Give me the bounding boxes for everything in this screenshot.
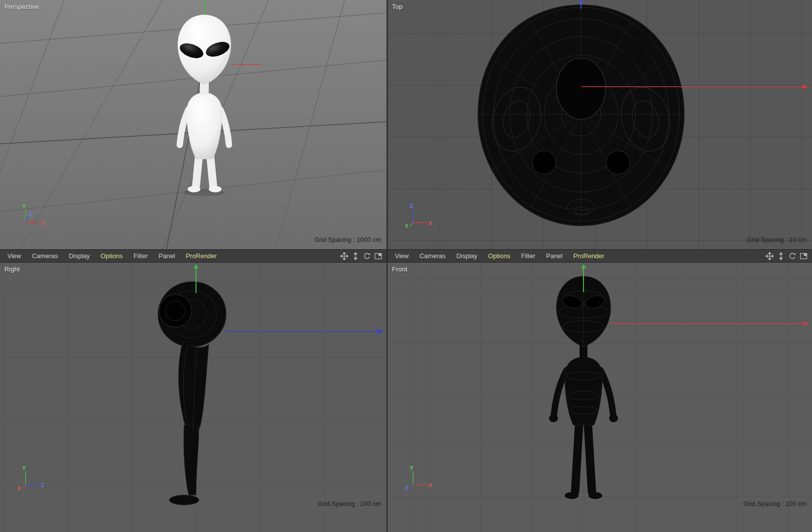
grid-spacing-label: Grid Spacing : 100 cm	[743, 500, 807, 507]
grid-spacing-label: Grid Spacing : 100 cm	[318, 500, 381, 507]
menu-cameras[interactable]: Cameras	[414, 252, 451, 260]
grid-spacing-label: Grid Spacing : 10 cm	[747, 236, 807, 243]
axis-label-x: X	[17, 485, 21, 491]
menu-filter[interactable]: Filter	[516, 252, 541, 260]
z-axis-arrowhead	[579, 0, 584, 3]
alien-front-wireframe[interactable]	[549, 276, 618, 499]
menu-cameras[interactable]: Cameras	[27, 252, 64, 260]
front-viewport[interactable]: Front Y X Z Grid Spacing : 100 cm	[388, 263, 812, 532]
x-axis-arrowhead	[803, 321, 810, 326]
menubar-front-viewport: View Cameras Display Options Filter Pane…	[388, 249, 812, 263]
viewport-label-front: Front	[392, 266, 407, 273]
dolly-icon[interactable]	[352, 252, 359, 260]
dolly-icon[interactable]	[777, 252, 785, 260]
grid-spacing-label: Grid Spacing : 1000 cm	[314, 236, 381, 243]
axis-label-y: Y	[405, 223, 409, 229]
alien-right-wireframe[interactable]	[155, 278, 229, 505]
pan-icon[interactable]	[340, 252, 348, 260]
menu-display[interactable]: Display	[64, 252, 96, 260]
axis-label-y: Y	[410, 465, 414, 471]
pan-icon[interactable]	[766, 252, 774, 260]
right-viewport[interactable]: Right Y Z X Grid Spacing : 100 cm	[0, 263, 387, 532]
menu-panel[interactable]: Panel	[541, 252, 568, 260]
y-axis-arrowhead	[194, 264, 198, 268]
menubar-right-viewport: View Cameras Display Options Filter Pane…	[0, 249, 387, 263]
y-axis-arrowhead	[581, 264, 586, 268]
axis-label-z: Z	[41, 482, 44, 488]
viewport-tool-icons	[766, 252, 812, 260]
menu-view[interactable]: View	[390, 252, 414, 260]
rotate-icon[interactable]	[788, 252, 796, 260]
axis-gizmo: Z Y X	[404, 202, 436, 231]
perspective-viewport[interactable]: Perspective Y Z X Grid Spacing : 1000 cm	[0, 0, 387, 249]
axis-label-x: X	[428, 220, 432, 226]
toggle-layout-icon[interactable]	[800, 252, 808, 260]
menu-prorender[interactable]: ProRender	[180, 252, 222, 260]
z-axis-arrowhead	[377, 329, 384, 334]
axis-label-z: Z	[29, 211, 32, 217]
axis-label-z: Z	[405, 485, 408, 491]
viewport-divider	[387, 0, 388, 532]
menu-prorender[interactable]: ProRender	[568, 252, 610, 260]
x-axis-arrowhead	[802, 84, 809, 89]
viewport-label-top: Top	[392, 3, 403, 10]
menu-panel[interactable]: Panel	[153, 252, 180, 260]
toggle-layout-icon[interactable]	[374, 252, 382, 260]
viewport-tool-icons	[340, 252, 387, 260]
viewport-label-perspective: Perspective	[4, 3, 39, 10]
axis-label-x: X	[428, 482, 432, 488]
alien-top-wireframe[interactable]	[478, 5, 684, 226]
axis-label-y: Y	[22, 465, 26, 471]
rotate-icon[interactable]	[363, 252, 371, 260]
menu-options[interactable]: Options	[483, 252, 516, 260]
axis-gizmo: Y X Z	[404, 464, 436, 493]
menu-view[interactable]: View	[2, 252, 27, 260]
axis-label-x: X	[41, 220, 45, 226]
axis-gizmo: Y Z X	[17, 464, 48, 493]
menu-display[interactable]: Display	[451, 252, 483, 260]
top-viewport[interactable]: Top Z Y X Grid Spacing : 10 cm	[388, 0, 812, 249]
menu-options[interactable]: Options	[95, 252, 128, 260]
viewport-label-right: Right	[4, 266, 20, 273]
viewport-quad: Perspective Y Z X Grid Spacing : 1000 cm	[0, 0, 812, 532]
axis-label-z: Z	[410, 203, 413, 209]
axis-gizmo: Y Z X	[17, 202, 48, 231]
axis-label-y: Y	[22, 203, 26, 209]
menu-filter[interactable]: Filter	[128, 252, 153, 260]
